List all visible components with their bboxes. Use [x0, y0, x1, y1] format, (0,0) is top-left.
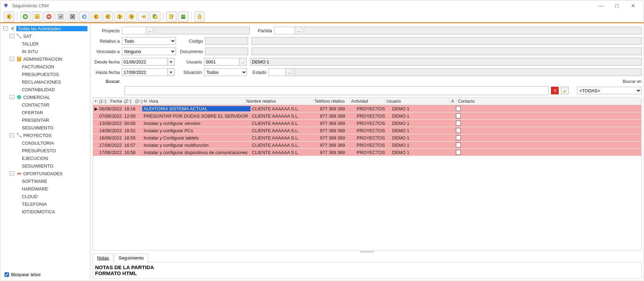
col-sort2[interactable]: (2↑) — [123, 99, 134, 104]
col-plus[interactable]: + — [93, 99, 98, 104]
back-button[interactable] — [4, 11, 14, 22]
estado-lookup-button[interactable]: … — [286, 68, 293, 76]
nav-last-button[interactable] — [126, 11, 137, 22]
proyecto-lookup-button[interactable]: … — [146, 27, 153, 34]
attach-button[interactable] — [166, 11, 177, 22]
hasta-calendar-button[interactable]: ▾ — [167, 68, 175, 76]
search-clear-button[interactable]: ✕ — [551, 87, 559, 94]
table-row[interactable]: 17/06/202216:58Instalar y configurar dis… — [93, 149, 641, 156]
proyecto-input[interactable] — [122, 27, 146, 34]
tree-leaf-4-2[interactable]: CLOUD — [3, 193, 87, 200]
col-contacto[interactable]: Contacto — [457, 99, 641, 104]
tab-notas[interactable]: Notas — [93, 254, 113, 262]
svg-rect-20 — [18, 57, 20, 58]
table-row[interactable]: 13/06/202200:00Instalar y configurar ser… — [93, 120, 641, 127]
usuario-name — [250, 58, 642, 66]
close-button[interactable]: ✕ — [625, 0, 641, 11]
row-checkbox[interactable] — [456, 135, 461, 140]
grid-header[interactable]: + (1↑) Fecha (2↑) (2↑) H Hora Nombre rel… — [93, 97, 641, 105]
tree-leaf-3-3[interactable]: SEGUIMIENTO — [3, 162, 87, 170]
search-highlight-button[interactable] — [561, 87, 569, 94]
tree-node-2[interactable]: -COMERCIAL — [3, 93, 87, 101]
delete-button[interactable] — [44, 11, 54, 22]
tree-leaf-1-0[interactable]: FACTURACION — [3, 63, 87, 70]
tree-leaf-4-4[interactable]: IOT/DOMOTICA — [3, 208, 87, 215]
row-checkbox[interactable] — [456, 128, 461, 133]
table-row[interactable]: ▶06/06/202216:16AUDITORIA SISTEMA ACTUAL… — [93, 105, 641, 112]
table-row[interactable]: 07/06/202212:00PREGUNTAR POR DUDAS SOBRE… — [93, 112, 641, 120]
situacion-select[interactable]: Todos — [204, 68, 247, 76]
tree-leaf-4-1[interactable]: HARDWARE — [3, 185, 87, 193]
lock-button[interactable] — [194, 11, 205, 22]
edit-button[interactable] — [32, 11, 42, 22]
tree-node-0[interactable]: -SAT — [3, 32, 87, 40]
tree-leaf-1-2[interactable]: RECLAMACIONES — [3, 78, 87, 86]
table-row[interactable]: 16/06/202216:55Instalar y Configurar tab… — [93, 134, 641, 142]
tab-seguimiento[interactable]: Seguimiento — [114, 254, 148, 262]
col-nombre[interactable]: Nombre relativo — [245, 99, 313, 104]
row-checkbox[interactable] — [456, 106, 461, 111]
search-input[interactable] — [125, 86, 549, 95]
search-input-wrap — [125, 86, 549, 95]
tree-root[interactable]: -Todas las Actividades — [3, 25, 87, 32]
copy-button[interactable] — [150, 11, 160, 22]
vinculado-select[interactable]: Ninguno — [122, 48, 176, 55]
tree-leaf-3-2[interactable]: EJECUCION — [3, 154, 87, 162]
tree[interactable]: -Todas las Actividades-SATTALLERIN SITU-… — [3, 25, 87, 270]
tree-leaf-0-1[interactable]: IN SITU — [3, 48, 87, 55]
tree-leaf-1-3[interactable]: CONTABILIDAD — [3, 86, 87, 93]
confirm-button[interactable] — [56, 11, 66, 22]
hasta-input[interactable] — [122, 68, 168, 76]
cancel-button[interactable] — [67, 11, 78, 22]
usuario-lookup-button[interactable]: … — [239, 58, 247, 66]
splitter[interactable] — [91, 250, 644, 253]
tree-leaf-1-1[interactable]: PRESUPUESTOS — [3, 70, 87, 78]
tree-leaf-2-3[interactable]: SEGUIIMENTO — [3, 124, 87, 131]
col-telefono[interactable]: Teléfono relativo — [313, 99, 350, 104]
tree-leaf-2-2[interactable]: PRESENTAR — [3, 116, 87, 124]
minimize-button[interactable]: — — [593, 0, 609, 11]
tree-leaf-4-3[interactable]: TELEFONIA — [3, 200, 87, 208]
activities-grid[interactable]: + (1↑) Fecha (2↑) (2↑) H Hora Nombre rel… — [93, 97, 642, 250]
col-actividad[interactable]: Actividad — [350, 99, 385, 104]
tree-node-3[interactable]: -PROYECTOS — [3, 131, 87, 139]
lock-tree-checkbox[interactable] — [5, 272, 9, 277]
col-a[interactable]: A — [449, 99, 457, 104]
maximize-button[interactable]: ▢ — [609, 0, 625, 11]
row-checkbox[interactable] — [456, 113, 461, 118]
estado-input[interactable] — [269, 68, 286, 76]
table-row[interactable]: 17/06/202216:57Instalar y configurar mul… — [93, 142, 641, 149]
tree-leaf-4-0[interactable]: SOFTWARE — [3, 177, 87, 185]
export-button[interactable] — [138, 11, 149, 22]
tree-leaf-2-0[interactable]: CONTACTAR — [3, 101, 87, 109]
tree-leaf-3-0[interactable]: CONSULTORIA — [3, 139, 87, 147]
col-sort1[interactable]: (1↑) — [98, 99, 109, 104]
partida-lookup-button[interactable]: … — [295, 27, 302, 34]
tree-leaf-0-0[interactable]: TALLER — [3, 40, 87, 48]
col-hora[interactable]: Hora — [148, 99, 245, 104]
col-fecha[interactable]: Fecha — [109, 99, 123, 104]
table-row[interactable]: 14/06/202216:52Instalar y configurar PCs… — [93, 127, 641, 134]
desde-calendar-button[interactable]: ▾ — [167, 58, 175, 66]
book-button[interactable] — [178, 11, 188, 22]
col-usuario[interactable]: Usuario — [385, 99, 449, 104]
tree-node-4[interactable]: -OPORTUNIDADES — [3, 170, 87, 177]
usuario-code-input[interactable] — [204, 58, 239, 66]
row-checkbox[interactable] — [456, 150, 461, 155]
lock-tree-row[interactable]: Bloquear árbol — [3, 270, 87, 279]
relativo-select[interactable]: Todo — [122, 37, 176, 45]
col-sort3[interactable]: (2↑) H — [134, 99, 148, 104]
tree-leaf-2-1[interactable]: OFERTAR — [3, 109, 87, 116]
desde-input[interactable] — [122, 58, 168, 66]
buscar-en-select[interactable]: <TODAS> — [577, 87, 642, 94]
add-button[interactable] — [20, 11, 31, 22]
refresh-button[interactable] — [79, 11, 90, 22]
nav-first-button[interactable] — [91, 11, 101, 22]
row-checkbox[interactable] — [456, 143, 461, 147]
nav-prev-button[interactable] — [103, 11, 113, 22]
row-checkbox[interactable] — [456, 121, 461, 126]
tree-node-1[interactable]: -ADMINISTRACION — [3, 55, 87, 63]
tree-leaf-3-1[interactable]: PRESUPUESTO — [3, 147, 87, 154]
partida-input[interactable] — [274, 27, 295, 34]
nav-next-button[interactable] — [115, 11, 125, 22]
